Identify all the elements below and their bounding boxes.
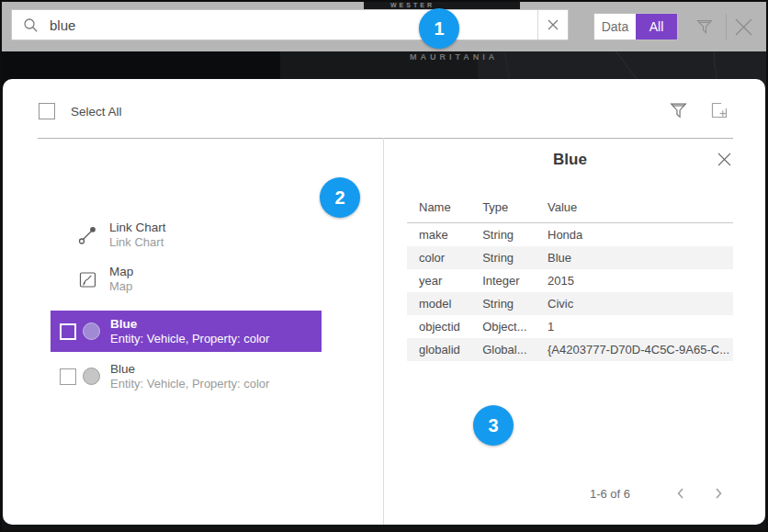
entity-dot-icon xyxy=(83,368,100,385)
clear-x-icon xyxy=(548,19,559,30)
cell-value: 2015 xyxy=(536,269,733,292)
detail-title: Blue xyxy=(407,151,733,169)
list-item-link-chart[interactable]: Link Chart Link Chart xyxy=(76,221,166,250)
cell-type: Integer xyxy=(470,269,536,292)
column-header-name: Name xyxy=(407,195,470,223)
link-chart-icon xyxy=(76,225,98,245)
result-subtitle: Entity: Vehicle, Property: color xyxy=(110,377,269,391)
result-subtitle: Link Chart xyxy=(109,235,166,250)
table-row: color String Blue xyxy=(407,246,733,269)
cell-value: 1 xyxy=(536,315,733,338)
results-filter-button[interactable] xyxy=(669,101,688,120)
scope-all-button[interactable]: All xyxy=(636,14,677,40)
search-icon xyxy=(23,17,39,33)
map-label-mauritania: MAURITANIA xyxy=(410,52,498,62)
map-icon xyxy=(76,270,98,289)
table-row: objectid Object... 1 xyxy=(407,315,733,338)
list-item-blue[interactable]: Blue Entity: Vehicle, Property: color xyxy=(51,356,322,397)
pagination-label: 1-6 of 6 xyxy=(564,487,656,501)
callout-badge-2: 2 xyxy=(320,177,360,218)
add-selection-icon xyxy=(709,100,729,120)
list-item-map[interactable]: Map Map xyxy=(76,265,133,294)
properties-table: Name Type Value make String Honda color … xyxy=(407,195,733,361)
toolbar-filter-button[interactable] xyxy=(695,17,714,36)
cell-value: Blue xyxy=(536,246,733,269)
close-x-icon xyxy=(733,17,754,38)
result-subtitle: Map xyxy=(109,279,133,294)
detail-pane: Blue Name Type Value make xyxy=(384,138,765,525)
chevron-left-icon xyxy=(674,487,687,500)
select-all-checkbox[interactable] xyxy=(39,103,55,119)
result-title: Map xyxy=(109,265,133,279)
search-input[interactable] xyxy=(39,17,537,33)
callout-badge-3: 3 xyxy=(473,405,514,446)
cell-value: Civic xyxy=(536,292,733,315)
add-to-selection-button[interactable] xyxy=(709,100,729,120)
cell-name: year xyxy=(407,269,470,292)
cell-type: String xyxy=(470,246,536,269)
select-all-label: Select All xyxy=(71,105,122,119)
cell-name: color xyxy=(407,246,470,269)
search-box[interactable] xyxy=(11,9,569,40)
cell-type: Object... xyxy=(470,315,536,338)
row-checkbox[interactable] xyxy=(60,323,76,340)
search-close-button[interactable] xyxy=(733,17,754,38)
cell-type: String xyxy=(470,223,536,247)
table-row: make String Honda xyxy=(407,223,733,247)
cell-value: Honda xyxy=(536,223,733,247)
map-label-western: WESTER xyxy=(390,2,435,8)
table-row: model String Civic xyxy=(407,292,733,315)
entity-dot-icon xyxy=(83,323,100,340)
table-header-row: Name Type Value xyxy=(407,195,733,223)
callout-badge-1: 1 xyxy=(419,8,459,49)
result-title: Blue xyxy=(110,362,269,377)
cell-name: globalid xyxy=(407,338,470,361)
pagination-next-button[interactable] xyxy=(712,487,725,500)
table-row: globalid Global... {A4203777-D70D-4C5C-9… xyxy=(407,338,733,361)
search-scope-toggle: Data All xyxy=(593,13,678,40)
column-header-value: Value xyxy=(536,195,733,223)
cell-type: Global... xyxy=(470,338,536,361)
table-row: year Integer 2015 xyxy=(407,269,733,292)
detail-close-button[interactable] xyxy=(717,152,732,167)
chevron-right-icon xyxy=(712,487,725,500)
cell-name: make xyxy=(407,223,470,247)
cell-value: {A4203777-D70D-4C5C-9A65-C... xyxy=(536,338,733,361)
close-x-icon xyxy=(717,152,732,167)
search-toolbar: WESTER Data All xyxy=(2,2,766,51)
row-checkbox[interactable] xyxy=(60,368,76,385)
filter-funnel-icon xyxy=(669,101,688,120)
search-clear-button[interactable] xyxy=(537,10,568,40)
cell-name: model xyxy=(407,292,470,315)
app-window: MAURITANIA WESTER Data All xyxy=(0,0,768,532)
list-item-blue-selected[interactable]: Blue Entity: Vehicle, Property: color xyxy=(51,311,322,352)
cell-type: String xyxy=(470,292,536,315)
filter-funnel-icon xyxy=(695,17,714,36)
result-title: Blue xyxy=(110,317,269,332)
search-results-panel: Select All xyxy=(3,79,765,525)
toolbar-divider xyxy=(726,14,727,40)
pagination-prev-button[interactable] xyxy=(674,487,687,500)
cell-name: objectid xyxy=(407,315,470,338)
result-title: Link Chart xyxy=(109,221,166,235)
scope-data-button[interactable]: Data xyxy=(594,14,636,40)
column-header-type: Type xyxy=(470,195,536,223)
result-subtitle: Entity: Vehicle, Property: color xyxy=(110,332,269,346)
